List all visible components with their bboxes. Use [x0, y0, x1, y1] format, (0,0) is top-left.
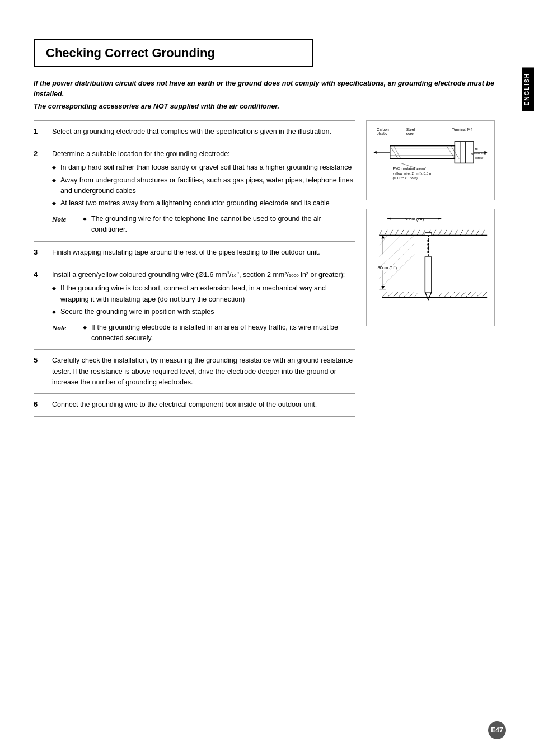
svg-marker-30	[438, 218, 441, 220]
step-2-title: Determine a suitable location for the gr…	[52, 149, 355, 159]
main-content: Checking Correct Grounding If the power …	[34, 39, 512, 417]
left-column: 1 Select an grounding electrode that com…	[34, 120, 355, 417]
step-2-number: 2	[34, 149, 44, 158]
svg-point-87	[427, 243, 429, 246]
step-2-bullet-2: Away from underground structures or faci…	[52, 175, 355, 197]
svg-line-56	[379, 254, 414, 289]
svg-point-86	[427, 240, 429, 242]
svg-line-49	[471, 230, 474, 236]
warning-line1: If the power distribution circuit does n…	[34, 78, 495, 100]
step-2-bullets: In damp hard soil rather than loose sand…	[52, 162, 355, 209]
svg-line-73	[398, 292, 404, 297]
svg-rect-67	[425, 257, 432, 292]
step-6-number: 6	[34, 400, 44, 408]
svg-line-45	[449, 230, 452, 236]
svg-line-51	[482, 230, 485, 236]
svg-line-46	[455, 230, 457, 236]
svg-marker-62	[381, 286, 385, 289]
svg-line-74	[404, 292, 409, 297]
svg-line-32	[379, 230, 382, 236]
svg-text:Carbon: Carbon	[377, 127, 389, 131]
svg-marker-68	[425, 292, 432, 299]
step-2-content: Determine a suitable location for the gr…	[52, 149, 355, 236]
svg-line-81	[460, 292, 466, 297]
svg-line-84	[476, 292, 482, 297]
step-5-content: Carefully check the installation, by mea…	[52, 355, 355, 388]
step-3-content: Finish wrapping insulating tape around t…	[52, 247, 355, 258]
svg-text:core: core	[406, 132, 414, 135]
svg-line-38	[411, 230, 414, 236]
svg-text:(≈ 11ft² × 138in): (≈ 11ft² × 138in)	[393, 176, 418, 180]
svg-text:to: to	[475, 147, 478, 151]
step-2-note-content: The grounding wire for the telephone lin…	[83, 214, 355, 236]
title-box: Checking Correct Grounding	[34, 39, 313, 67]
svg-line-79	[449, 292, 455, 297]
warning-line2: The corresponding accessories are NOT su…	[34, 102, 495, 110]
svg-rect-14	[455, 141, 474, 163]
note-label: Note	[52, 214, 77, 225]
diagram-2-svg: 50cm (2ft)	[371, 214, 490, 322]
svg-line-42	[433, 230, 436, 236]
step-2-note: Note The grounding wire for the telephon…	[52, 214, 355, 236]
svg-text:screw: screw	[475, 156, 484, 159]
step-2-bullet-1: In damp hard soil rather than loose sand…	[52, 162, 355, 173]
svg-line-37	[406, 230, 409, 236]
svg-line-83	[471, 292, 476, 297]
bottom-divider	[34, 416, 355, 417]
svg-text:Terminal M4: Terminal M4	[452, 127, 473, 131]
svg-line-47	[460, 230, 463, 236]
svg-marker-6	[374, 151, 377, 154]
page-title: Checking Correct Grounding	[46, 46, 301, 60]
svg-point-88	[427, 247, 429, 250]
step-2: 2 Determine a suitable location for the …	[34, 143, 355, 241]
step-4-bullets: If the grounding wire is too short, conn…	[52, 283, 355, 317]
svg-line-35	[395, 230, 398, 236]
step-4-title: Install a green/yellow coloured groundin…	[52, 270, 355, 281]
svg-line-80	[455, 292, 460, 297]
svg-line-82	[466, 292, 471, 297]
svg-line-33	[385, 230, 387, 236]
svg-text:yellow wire, 2mm²x 3.5 m: yellow wire, 2mm²x 3.5 m	[393, 171, 433, 175]
page-container: ENGLISH Checking Correct Grounding If th…	[0, 0, 534, 756]
step-4: 4 Install a green/yellow coloured ground…	[34, 264, 355, 349]
diagram-1: Carbon plastic Steel core Terminal M4	[366, 120, 495, 200]
svg-line-39	[417, 230, 420, 236]
svg-line-70	[382, 292, 387, 297]
step-6: 6 Connect the grounding wire to the elec…	[34, 393, 355, 416]
page-number: E47	[488, 721, 506, 739]
language-tab: ENGLISH	[522, 67, 534, 111]
step-4-note-content: If the grounding electrode is installed …	[83, 322, 355, 344]
svg-line-10	[390, 145, 398, 158]
svg-line-12	[447, 145, 455, 158]
step-4-note: Note If the grounding electrode is insta…	[52, 322, 355, 344]
content-layout: 1 Select an grounding electrode that com…	[34, 120, 495, 417]
svg-line-85	[482, 292, 488, 297]
svg-line-43	[438, 230, 441, 236]
step-6-content: Connect the grounding wire to the electr…	[52, 400, 355, 410]
svg-marker-60	[381, 235, 385, 238]
svg-point-89	[427, 251, 429, 253]
step-4-bullet-2: Secure the grounding wire in position wi…	[52, 307, 355, 317]
svg-line-71	[387, 292, 393, 297]
svg-line-75	[409, 292, 414, 297]
svg-text:plastic: plastic	[377, 132, 388, 136]
svg-text:grounding: grounding	[471, 152, 486, 155]
svg-line-53	[379, 235, 401, 257]
svg-line-11	[394, 145, 401, 158]
svg-line-50	[476, 230, 479, 236]
svg-line-36	[401, 230, 404, 236]
svg-line-40	[423, 230, 425, 236]
step-3: 3 Finish wrapping insulating tape around…	[34, 241, 355, 264]
svg-line-77	[438, 293, 441, 297]
step-5: 5 Carefully check the installation, by m…	[34, 349, 355, 393]
step-1-content: Select an grounding electrode that compl…	[52, 126, 355, 137]
svg-line-48	[466, 230, 469, 236]
svg-line-78	[444, 292, 449, 297]
step-1-number: 1	[34, 127, 44, 135]
step-3-number: 3	[34, 248, 44, 256]
step-4-content: Install a green/yellow coloured groundin…	[52, 270, 355, 344]
step-1: 1 Select an grounding electrode that com…	[34, 120, 355, 143]
svg-text:PVC insulated green/: PVC insulated green/	[393, 166, 426, 170]
note-label-2: Note	[52, 322, 77, 334]
diagram-1-svg: Carbon plastic Steel core Terminal M4	[371, 125, 490, 195]
